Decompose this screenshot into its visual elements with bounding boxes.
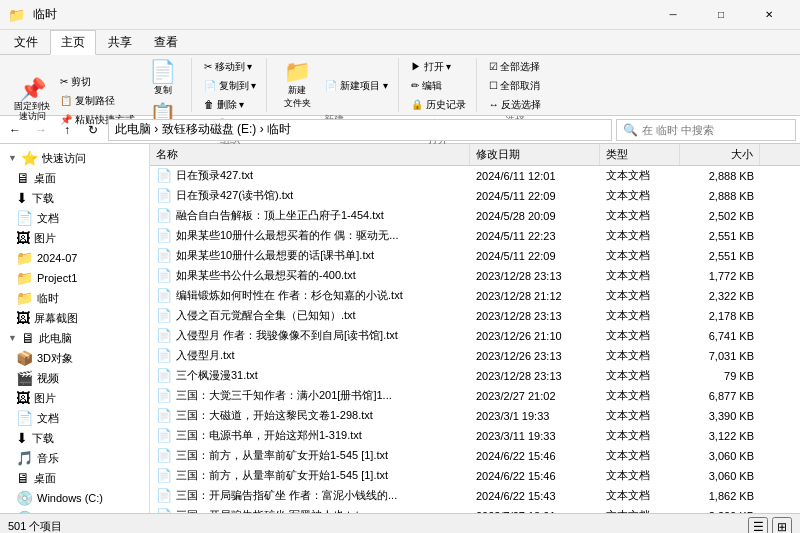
sidebar-item-thispc: 此电脑	[39, 331, 72, 346]
downloads2-icon: ⬇	[16, 430, 28, 446]
sidebar-item-desktop2[interactable]: 🖥 桌面	[0, 468, 149, 488]
copy-to-button[interactable]: 📄 复制到 ▾	[200, 77, 261, 95]
table-row[interactable]: 📄 入侵型月 作者：我骏像像不到自局[读书馆].txt 2023/12/26 2…	[150, 326, 800, 346]
invert-select-button[interactable]: ↔ 反选选择	[485, 96, 546, 114]
list-view-button[interactable]: ☰	[748, 517, 768, 534]
table-row[interactable]: 📄 日在预录427.txt 2024/6/11 12:01 文本文档 2,888…	[150, 166, 800, 186]
file-icon: 📄	[156, 268, 172, 283]
sidebar-item-3dobjects[interactable]: 📦 3D对象	[0, 348, 149, 368]
sidebar-item-temp[interactable]: 📁 临时	[0, 288, 149, 308]
screenshots-icon: 🖼	[16, 310, 30, 326]
file-name: 三国：开局骗告指矿坐 军黑被人也.txt	[176, 508, 359, 513]
sidebar-item-desktop[interactable]: 🖥 桌面	[0, 168, 149, 188]
table-row[interactable]: 📄 入侵型月.txt 2023/12/26 23:13 文本文档 7,031 K…	[150, 346, 800, 366]
forward-button[interactable]: →	[30, 119, 52, 141]
col-header-size[interactable]: 大小	[680, 144, 760, 165]
col-header-name[interactable]: 名称	[150, 144, 470, 165]
delete-button[interactable]: 🗑 删除 ▾	[200, 96, 249, 114]
sidebar-section-quickaccess[interactable]: ▼ ⭐ 快速访问	[0, 148, 149, 168]
search-input[interactable]	[642, 124, 789, 136]
table-row[interactable]: 📄 融合自白告解板：顶上坐正凸府子1-454.txt 2024/5/28 20:…	[150, 206, 800, 226]
file-type: 文本文档	[600, 386, 680, 405]
sidebar-item-pictures[interactable]: 🖼 图片	[0, 228, 149, 248]
file-type: 文本文档	[600, 346, 680, 365]
file-icon: 📄	[156, 168, 172, 183]
sidebar-item-documents[interactable]: 📄 文档	[0, 208, 149, 228]
file-date: 2023/7/27 18:01	[470, 506, 600, 513]
maximize-button[interactable]: □	[698, 0, 744, 30]
deselect-all-button[interactable]: ☐ 全部取消	[485, 77, 545, 95]
col-header-type[interactable]: 类型	[600, 144, 680, 165]
table-row[interactable]: 📄 三国：开局骗告指矿坐 作者：富泥小钱线的... 2024/6/22 15:4…	[150, 486, 800, 506]
table-row[interactable]: 📄 三个枫漫漫31.txt 2023/12/28 23:13 文本文档 79 K…	[150, 366, 800, 386]
sidebar-item-2024-07[interactable]: 📁 2024-07	[0, 248, 149, 268]
sidebar-section-thispc[interactable]: ▼ 🖥 此电脑	[0, 328, 149, 348]
table-row[interactable]: 📄 如果某些10册什么最想要的话[课书单].txt 2024/5/11 22:0…	[150, 246, 800, 266]
file-name: 入侵之百元觉醒合全集（已知知）.txt	[176, 308, 356, 323]
file-size: 7,031 KB	[680, 346, 760, 365]
tab-view[interactable]: 查看	[144, 30, 188, 54]
new-folder-button[interactable]: 📁 新建文件夹	[275, 58, 319, 113]
tab-share[interactable]: 共享	[98, 30, 142, 54]
select-all-button[interactable]: ☑ 全部选择	[485, 58, 545, 76]
table-row[interactable]: 📄 编辑锻炼如何时性在 作者：杉仓知嘉的小说.txt 2023/12/28 21…	[150, 286, 800, 306]
sidebar-item-documents2[interactable]: 📄 文档	[0, 408, 149, 428]
disk-c-icon: 💿	[16, 490, 33, 506]
up-button[interactable]: ↑	[56, 119, 78, 141]
col-header-date[interactable]: 修改日期	[470, 144, 600, 165]
file-size: 2,888 KB	[680, 186, 760, 205]
table-row[interactable]: 📄 三国：大觉三千知作者：满小201[册书馆]1... 2023/2/27 21…	[150, 386, 800, 406]
sidebar-item-video[interactable]: 🎬 视频	[0, 368, 149, 388]
tab-file[interactable]: 文件	[4, 30, 48, 54]
file-name: 如果某些10册什么最想要的话[课书单].txt	[176, 248, 374, 263]
table-row[interactable]: 📄 三国：前方，从量率前矿女开始1-545 [1].txt 2024/6/22 …	[150, 446, 800, 466]
table-row[interactable]: 📄 如果某些10册什么最想买着的作 偶：驱动无... 2024/5/11 22:…	[150, 226, 800, 246]
file-size: 1,772 KB	[680, 266, 760, 285]
table-row[interactable]: 📄 入侵之百元觉醒合全集（已知知）.txt 2023/12/28 23:13 文…	[150, 306, 800, 326]
file-size: 2,322 KB	[680, 286, 760, 305]
table-row[interactable]: 📄 三国：开局骗告指矿坐 军黑被人也.txt 2023/7/27 18:01 文…	[150, 506, 800, 513]
sidebar-item-downloads[interactable]: ⬇ 下载	[0, 188, 149, 208]
table-row[interactable]: 📄 三国：前方，从量率前矿女开始1-545 [1].txt 2024/6/22 …	[150, 466, 800, 486]
address-path[interactable]: 此电脑 › 致钰移动磁盘 (E:) › 临时	[108, 119, 612, 141]
table-row[interactable]: 📄 日在预录427(读书馆).txt 2024/5/11 22:09 文本文档 …	[150, 186, 800, 206]
music-icon: 🎵	[16, 450, 33, 466]
edit-button[interactable]: ✏ 编辑	[407, 77, 446, 95]
file-name: 三个枫漫漫31.txt	[176, 368, 258, 383]
sidebar-item-project1[interactable]: 📁 Project1	[0, 268, 149, 288]
file-list-header: 名称 修改日期 类型 大小	[150, 144, 800, 166]
history-button[interactable]: 🔒 历史记录	[407, 96, 470, 114]
refresh-button[interactable]: ↻	[82, 119, 104, 141]
status-bar: 501 个项目 ☰ ⊞	[0, 513, 800, 533]
title-bar: 📁 临时 ─ □ ✕	[0, 0, 800, 30]
expand-thispc-icon: ▼	[8, 333, 17, 343]
back-button[interactable]: ←	[4, 119, 26, 141]
sidebar-item-data-d[interactable]: 💿 Data (D:)	[0, 508, 149, 513]
pin-button[interactable]: 📌 固定到快速访问	[10, 76, 54, 125]
file-name: 三国：前方，从量率前矿女开始1-545 [1].txt	[176, 468, 388, 483]
table-row[interactable]: 📄 三国：电源书单，开始这郑州1-319.txt 2023/3/11 19:33…	[150, 426, 800, 446]
new-item-button[interactable]: 📄 新建项目 ▾	[321, 77, 392, 95]
copy-button[interactable]: 📄 复制	[141, 58, 185, 100]
tab-home[interactable]: 主页	[50, 30, 96, 55]
open-button[interactable]: ▶ 打开 ▾	[407, 58, 456, 76]
file-icon: 📄	[156, 388, 172, 403]
sidebar-item-windows-c[interactable]: 💿 Windows (C:)	[0, 488, 149, 508]
file-icon: 📄	[156, 448, 172, 463]
copy-path-button[interactable]: 📋 复制路径	[56, 92, 139, 110]
folder-temp-icon: 📁	[16, 290, 33, 306]
file-date: 2023/12/26 21:10	[470, 326, 600, 345]
close-button[interactable]: ✕	[746, 0, 792, 30]
cut-button[interactable]: ✂ 剪切	[56, 73, 139, 91]
move-to-button[interactable]: ✂ 移动到 ▾	[200, 58, 257, 76]
sidebar-item-pictures2[interactable]: 🖼 图片	[0, 388, 149, 408]
sidebar-item-downloads2[interactable]: ⬇ 下载	[0, 428, 149, 448]
sidebar-item-screenshots[interactable]: 🖼 屏幕截图	[0, 308, 149, 328]
minimize-button[interactable]: ─	[650, 0, 696, 30]
file-type: 文本文档	[600, 326, 680, 345]
table-row[interactable]: 📄 如果某些书公什么最想买着的-400.txt 2023/12/28 23:13…	[150, 266, 800, 286]
file-date: 2023/3/11 19:33	[470, 426, 600, 445]
sidebar-item-music[interactable]: 🎵 音乐	[0, 448, 149, 468]
table-row[interactable]: 📄 三国：大磁道，开始这黎民文卷1-298.txt 2023/3/1 19:33…	[150, 406, 800, 426]
detail-view-button[interactable]: ⊞	[772, 517, 792, 534]
